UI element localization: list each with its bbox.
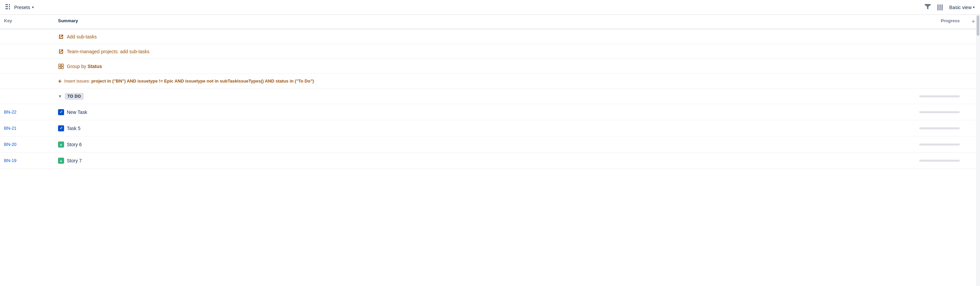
issue-progress-bn19 [899, 160, 967, 162]
subtask-icon [58, 34, 64, 40]
issue-progress-bn22 [899, 111, 967, 113]
table-row: BN-19 Story 7 [0, 153, 980, 169]
progress-bar-bn20 [919, 144, 960, 145]
insert-issues-row: + Insert issues: project in ("BN") AND i… [0, 74, 980, 88]
presets-button[interactable]: Presets ▾ [14, 5, 34, 10]
col-header-summary: Summary [54, 18, 899, 25]
toolbar: Presets ▾ Basic view ▾ [0, 0, 980, 15]
insert-plus-icon: + [58, 78, 62, 84]
svg-rect-7 [61, 64, 64, 66]
group-by-icon [58, 63, 64, 70]
table-row: BN-22 New Task [0, 104, 980, 120]
issue-title-bn22[interactable]: New Task [67, 109, 87, 115]
filter-icon[interactable] [925, 4, 931, 10]
issue-progress-bn21 [899, 127, 967, 130]
insert-row-summary: + Insert issues: project in ("BN") AND i… [54, 78, 899, 84]
col-header-key: Key [0, 18, 54, 25]
group-badge-todo: TO DO [65, 93, 84, 100]
subtask-add-label[interactable]: Add sub-tasks [67, 34, 97, 40]
issue-progress-bn20 [899, 144, 967, 145]
svg-rect-0 [5, 5, 8, 5]
presets-chevron-icon: ▾ [32, 5, 34, 9]
subtask-team-icon [58, 49, 64, 55]
group-by-row-summary: Group by Status [54, 63, 899, 70]
toolbar-right: Basic view ▾ [925, 4, 975, 10]
group-chevron-icon[interactable]: ▼ [58, 94, 62, 99]
progress-bar-bn19 [919, 160, 960, 162]
issue-title-bn21[interactable]: Task 5 [67, 126, 80, 131]
task-icon [58, 109, 64, 115]
scrollbar-thumb[interactable] [977, 16, 979, 36]
story-icon [58, 158, 64, 164]
columns-icon[interactable] [937, 5, 943, 10]
issue-summary-bn21: Task 5 [54, 125, 899, 131]
list-item: Add sub-tasks [0, 29, 980, 44]
issue-title-bn20[interactable]: Story 6 [67, 142, 82, 147]
group-header-todo: ▼ TO DO [0, 88, 980, 104]
group-progress [899, 95, 967, 97]
basic-view-label: Basic view [949, 5, 972, 10]
subtask-team-label[interactable]: Team-managed projects: add sub-tasks [67, 49, 150, 54]
issue-key-bn20[interactable]: BN-20 [0, 142, 54, 147]
svg-rect-4 [9, 6, 10, 8]
toolbar-left: Presets ▾ [5, 4, 34, 11]
subtask-row-summary: Add sub-tasks [54, 34, 899, 40]
presets-icon [5, 4, 12, 11]
issue-summary-bn19: Story 7 [54, 158, 899, 164]
issue-summary-bn20: Story 6 [54, 142, 899, 147]
table-row: BN-21 Task 5 [0, 120, 980, 136]
svg-rect-3 [9, 4, 10, 5]
group-header-content: ▼ TO DO [54, 93, 899, 100]
svg-rect-5 [9, 8, 10, 9]
table-row: BN-20 Story 6 [0, 136, 980, 153]
table-header: Key Summary Progress + [0, 15, 980, 29]
task-icon [58, 125, 64, 131]
progress-bar-bn22 [919, 111, 960, 113]
svg-rect-6 [59, 64, 61, 66]
insert-label[interactable]: Insert issues: project in ("BN") AND iss… [64, 79, 314, 84]
story-icon [58, 142, 64, 147]
issue-key-bn21[interactable]: BN-21 [0, 126, 54, 131]
svg-rect-1 [5, 6, 8, 7]
basic-view-button[interactable]: Basic view ▾ [949, 5, 975, 10]
table-container: Key Summary Progress + Add sub-tasks [0, 15, 980, 286]
svg-rect-9 [61, 67, 64, 69]
progress-bar-bn21 [919, 127, 960, 130]
list-item: Team-managed projects: add sub-tasks [0, 44, 980, 59]
issue-summary-bn22: New Task [54, 109, 899, 115]
subtask-team-row-summary: Team-managed projects: add sub-tasks [54, 49, 899, 55]
group-by-label[interactable]: Group by Status [67, 64, 102, 69]
basic-view-chevron-icon: ▾ [973, 5, 975, 9]
issue-title-bn19[interactable]: Story 7 [67, 158, 82, 163]
presets-label: Presets [14, 5, 30, 10]
issue-key-bn22[interactable]: BN-22 [0, 109, 54, 115]
issue-key-bn19[interactable]: BN-19 [0, 158, 54, 163]
svg-rect-8 [59, 67, 61, 69]
list-item: Group by Status [0, 59, 980, 74]
svg-rect-2 [5, 8, 8, 9]
scrollbar-track [976, 15, 980, 286]
col-header-progress: Progress [899, 18, 967, 25]
group-progress-bar [919, 95, 960, 97]
